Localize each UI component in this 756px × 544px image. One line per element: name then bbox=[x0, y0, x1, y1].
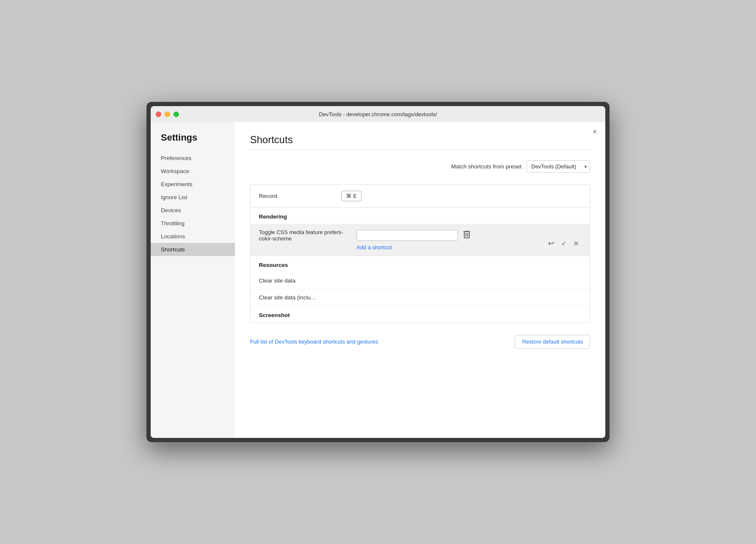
delete-shortcut-button[interactable] bbox=[461, 229, 473, 242]
rendering-row-inner: Toggle CSS media feature prefers-color-s… bbox=[259, 229, 581, 251]
rendering-row: Toggle CSS media feature prefers-color-s… bbox=[250, 224, 590, 256]
resource-item-0: Clear site data bbox=[250, 272, 590, 289]
preset-select[interactable]: DevTools (Default) Visual Studio Code bbox=[527, 160, 590, 173]
sidebar-item-ignore-list[interactable]: Ignore List bbox=[151, 191, 235, 204]
shortcut-input-row bbox=[357, 229, 540, 242]
record-row: Record ⌘ E bbox=[250, 185, 590, 208]
key-symbol: ⌘ bbox=[346, 193, 351, 199]
window-body: Settings Preferences Workspace Experimen… bbox=[151, 122, 605, 438]
confirm-button[interactable]: ✓ bbox=[559, 238, 569, 249]
action-buttons: ↩ ✓ ✕ bbox=[546, 238, 581, 251]
shortcuts-area: Record ⌘ E Rendering Toggle CSS media fe… bbox=[250, 184, 590, 323]
full-list-link[interactable]: Full list of DevTools keyboard shortcuts… bbox=[250, 339, 378, 345]
sidebar-item-preferences[interactable]: Preferences bbox=[151, 152, 235, 165]
sidebar-item-workspace[interactable]: Workspace bbox=[151, 165, 235, 178]
shortcut-input-area: Add a shortcut bbox=[357, 229, 540, 251]
close-button[interactable] bbox=[156, 112, 161, 117]
preset-select-wrapper: DevTools (Default) Visual Studio Code bbox=[527, 160, 590, 173]
traffic-lights bbox=[156, 112, 179, 117]
titlebar: DevTools - developer.chrome.com/tags/dev… bbox=[151, 106, 605, 122]
sidebar-item-shortcuts[interactable]: Shortcuts bbox=[151, 243, 235, 256]
shortcut-input-field[interactable] bbox=[357, 230, 458, 241]
sidebar-item-devices[interactable]: Devices bbox=[151, 204, 235, 217]
maximize-button[interactable] bbox=[173, 112, 179, 117]
sidebar: Settings Preferences Workspace Experimen… bbox=[151, 122, 235, 438]
undo-button[interactable]: ↩ bbox=[546, 238, 557, 249]
bottom-bar: Full list of DevTools keyboard shortcuts… bbox=[250, 335, 590, 353]
window-title: DevTools - developer.chrome.com/tags/dev… bbox=[156, 111, 600, 117]
record-key-badge: ⌘ E bbox=[341, 191, 362, 201]
key-letter: E bbox=[353, 193, 357, 199]
rendering-section-header: Rendering bbox=[250, 208, 590, 224]
window: DevTools - developer.chrome.com/tags/dev… bbox=[146, 102, 610, 442]
cancel-edit-button[interactable]: ✕ bbox=[571, 238, 581, 249]
record-label: Record bbox=[259, 193, 335, 199]
resource-item-1: Clear site data (inclu… bbox=[250, 289, 590, 306]
restore-defaults-button[interactable]: Restore default shortcuts bbox=[515, 335, 590, 349]
sidebar-item-throttling[interactable]: Throttling bbox=[151, 217, 235, 230]
sidebar-item-locations[interactable]: Locations bbox=[151, 230, 235, 243]
resources-section-header: Resources bbox=[250, 256, 590, 272]
minimize-button[interactable] bbox=[165, 112, 170, 117]
toggle-css-label: Toggle CSS media feature prefers-color-s… bbox=[259, 229, 351, 242]
main-content: × Shortcuts Match shortcuts from preset … bbox=[235, 122, 605, 438]
preset-row: Match shortcuts from preset DevTools (De… bbox=[250, 160, 590, 173]
page-title: Shortcuts bbox=[250, 134, 590, 146]
screenshot-section-header: Screenshot bbox=[250, 306, 590, 323]
add-shortcut-link[interactable]: Add a shortcut bbox=[357, 244, 540, 251]
dialog-close-button[interactable]: × bbox=[592, 128, 597, 136]
sidebar-title: Settings bbox=[151, 132, 235, 152]
title-divider bbox=[250, 150, 590, 150]
preset-label: Match shortcuts from preset bbox=[451, 163, 522, 170]
sidebar-item-experiments[interactable]: Experiments bbox=[151, 178, 235, 191]
